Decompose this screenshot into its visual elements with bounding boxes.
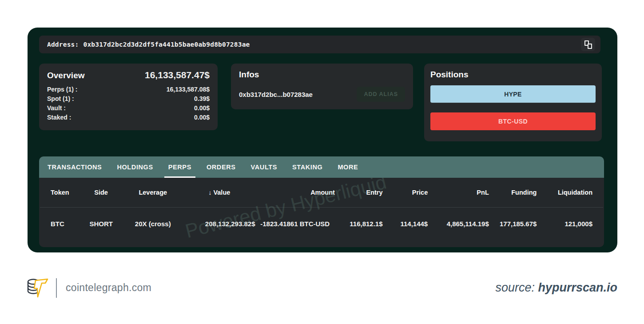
overview-panel: Overview 16,133,587.47$ Perps (1) :16,13… (39, 64, 218, 130)
add-alias-button[interactable]: ADD ALIAS (357, 87, 405, 102)
column-header-amount[interactable]: Amount (255, 189, 334, 196)
row-token: BTC (51, 220, 80, 228)
row-entry: 116,812.1$ (335, 220, 383, 228)
column-header-side[interactable]: Side (80, 189, 123, 196)
overview-row-value: 0.39$ (194, 94, 210, 104)
tab-orders[interactable]: ORDERS (199, 156, 243, 178)
row-leverage: 20X (cross) (122, 220, 183, 228)
row-liquidation: 121,000$ (537, 220, 592, 228)
column-header-liquidation[interactable]: Liquidation (537, 189, 592, 196)
row-value: 208,132,293.82$ (183, 220, 255, 228)
perps-table: Powered by Hyperliquid Token Side Levera… (39, 178, 604, 247)
table-row[interactable]: BTC SHORT 20X (cross) 208,132,293.82$ -1… (39, 208, 604, 240)
copy-icon (584, 40, 592, 49)
tab-bar: TRANSACTIONS HOLDINGS PERPS ORDERS VAULT… (39, 156, 604, 178)
position-button-hype[interactable]: HYPE (430, 85, 596, 103)
column-header-funding[interactable]: Funding (489, 189, 537, 196)
overview-row-value: 0.00$ (194, 104, 210, 113)
tab-staking[interactable]: STAKING (285, 156, 330, 178)
overview-row-value: 0.00$ (194, 113, 210, 122)
address-label: Address: (47, 41, 79, 48)
footer-divider (56, 278, 57, 298)
positions-panel: Positions HYPE BTC-USD (424, 64, 602, 141)
row-pnl: 4,865,114.19$ (428, 220, 489, 228)
positions-title: Positions (430, 70, 596, 80)
sort-desc-icon: ↓ (208, 189, 211, 196)
tab-more[interactable]: MORE (330, 156, 366, 178)
infos-title: Infos (239, 70, 405, 80)
overview-row-label: Perps (1) : (47, 85, 77, 94)
hypurrscan-card: Address:0xb317d2bc2d3d2df5fa441b5bae0ab9… (28, 28, 617, 252)
address-bar: Address:0xb317d2bc2d3d2df5fa441b5bae0ab9… (39, 36, 600, 53)
row-funding: 177,185.67$ (489, 220, 537, 228)
tab-holdings[interactable]: HOLDINGS (109, 156, 160, 178)
cointelegraph-logo-icon (27, 276, 50, 300)
overview-row-label: Staked : (47, 113, 71, 122)
overview-title: Overview (47, 71, 85, 80)
table-header-row: Token Side Leverage ↓Value Amount Entry … (39, 178, 604, 207)
short-address: 0xb317d2bc...b07283ae (239, 91, 313, 98)
position-button-btc-usd[interactable]: BTC-USD (430, 112, 596, 130)
source-label: source: (495, 281, 538, 294)
overview-row-label: Spot (1) : (47, 94, 74, 104)
footer-site-text: cointelegraph.com (66, 282, 151, 294)
row-amount: -1823.41861 BTC-USD (255, 220, 334, 228)
address-text: Address:0xb317d2bc2d3d2df5fa441b5bae0ab9… (47, 41, 250, 48)
tab-vaults[interactable]: VAULTS (243, 156, 285, 178)
address-value: 0xb317d2bc2d3d2df5fa441b5bae0ab9d8b07283… (83, 41, 250, 48)
page: Address:0xb317d2bc2d3d2df5fa441b5bae0ab9… (0, 0, 644, 324)
column-header-entry[interactable]: Entry (335, 189, 383, 196)
row-side: SHORT (80, 220, 123, 228)
overview-row-value: 16,133,587.08$ (167, 85, 210, 94)
infos-panel: Infos 0xb317d2bc...b07283ae ADD ALIAS (231, 64, 413, 109)
tab-perps[interactable]: PERPS (161, 156, 199, 178)
column-header-token[interactable]: Token (51, 189, 80, 196)
footer-source-text: source: hypurrscan.io (495, 281, 617, 295)
overview-total-value: 16,133,587.47$ (145, 70, 210, 80)
column-header-pnl[interactable]: PnL (428, 189, 489, 196)
tab-transactions[interactable]: TRANSACTIONS (40, 156, 109, 178)
column-header-leverage[interactable]: Leverage (122, 189, 183, 196)
source-value: hypurrscan.io (538, 281, 617, 294)
overview-row-label: Vault : (47, 104, 66, 113)
row-price: 114,144$ (383, 220, 428, 228)
column-header-price[interactable]: Price (383, 189, 428, 196)
copy-address-button[interactable] (581, 38, 595, 51)
column-header-value[interactable]: ↓Value (183, 189, 255, 196)
